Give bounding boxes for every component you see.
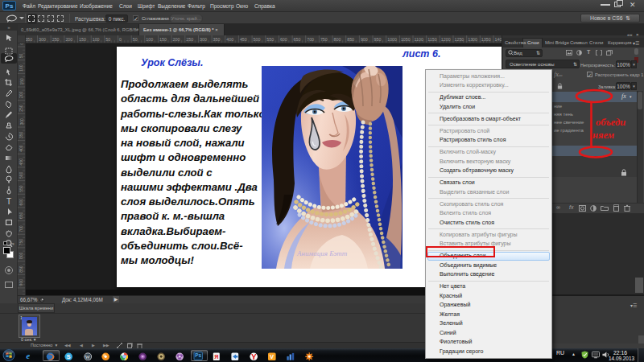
svg-text:500: 500 (19, 172, 24, 179)
svg-text:50: 50 (133, 37, 138, 42)
svg-text:500: 500 (254, 37, 261, 42)
svg-text:250: 250 (186, 37, 193, 42)
svg-text:0: 0 (119, 37, 122, 42)
svg-text:350: 350 (19, 132, 24, 139)
svg-text:750: 750 (320, 37, 328, 42)
svg-text:850: 850 (19, 265, 24, 273)
svg-text:100: 100 (146, 37, 153, 42)
svg-text:300: 300 (200, 37, 207, 42)
svg-text:T: T (6, 197, 11, 206)
svg-text:200: 200 (65, 37, 72, 42)
svg-text:1000: 1000 (387, 37, 397, 42)
svg-text:няем: няем (592, 130, 615, 141)
svg-text:1300: 1300 (468, 37, 477, 42)
svg-text:700: 700 (307, 37, 314, 42)
svg-text:1200: 1200 (441, 37, 451, 42)
svg-text:300: 300 (19, 118, 24, 125)
svg-text:1100: 1100 (415, 37, 423, 42)
svg-text:50: 50 (105, 37, 110, 42)
svg-text:900: 900 (19, 279, 24, 286)
svg-text:950: 950 (374, 37, 382, 42)
svg-text:350: 350 (26, 37, 32, 42)
svg-text:100: 100 (19, 64, 24, 72)
svg-text:1050: 1050 (401, 37, 411, 42)
svg-text:150: 150 (159, 37, 167, 42)
svg-text:250: 250 (19, 105, 24, 112)
svg-text:1350: 1350 (481, 37, 491, 42)
svg-text:S: S (67, 353, 71, 360)
svg-text:Я: Я (214, 353, 218, 360)
svg-text:350: 350 (213, 37, 221, 42)
svg-text:900: 900 (361, 37, 368, 42)
svg-text:650: 650 (294, 37, 301, 42)
svg-text:750: 750 (19, 239, 24, 246)
svg-text:100: 100 (93, 37, 100, 42)
svg-text:600: 600 (280, 37, 287, 42)
svg-text:50: 50 (19, 53, 24, 58)
svg-text:650: 650 (19, 212, 24, 220)
svg-text:объеди: объеди (596, 117, 625, 128)
svg-text:1250: 1250 (455, 37, 464, 42)
svg-text:800: 800 (19, 253, 24, 260)
svg-text:450: 450 (19, 158, 24, 166)
svg-text:600: 600 (19, 199, 24, 206)
svg-text:200: 200 (19, 92, 24, 99)
svg-text:550: 550 (19, 185, 24, 192)
svg-text:250: 250 (52, 37, 60, 42)
svg-text:450: 450 (240, 37, 247, 42)
svg-text:850: 850 (347, 37, 354, 42)
svg-text:150: 150 (19, 78, 24, 85)
svg-text:0: 0 (19, 43, 24, 45)
svg-text:400: 400 (226, 37, 233, 42)
svg-text:Анимация Бэтт: Анимация Бэтт (296, 249, 348, 257)
svg-text:400: 400 (19, 145, 24, 152)
svg-text:700: 700 (19, 225, 24, 232)
svg-text:W: W (85, 354, 91, 360)
svg-text:200: 200 (173, 37, 180, 42)
svg-text:1150: 1150 (427, 37, 436, 42)
svg-text:550: 550 (266, 37, 274, 42)
svg-text:300: 300 (39, 37, 46, 42)
svg-text:800: 800 (334, 37, 341, 42)
svg-text:150: 150 (79, 37, 86, 42)
